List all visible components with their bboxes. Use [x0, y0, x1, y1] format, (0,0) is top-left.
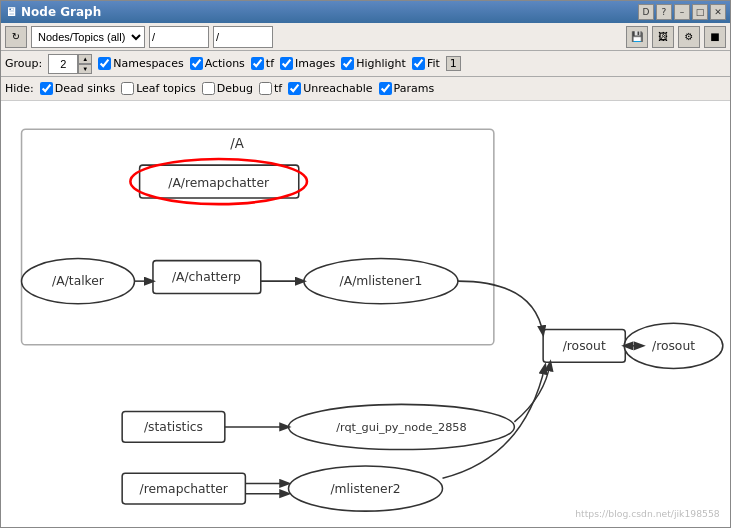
minimize-button[interactable]: □	[692, 4, 708, 20]
rqt-gui-label: /rqt_gui_py_node_2858	[336, 421, 467, 434]
leaf-topics-label[interactable]: Leaf topics	[121, 82, 196, 95]
tf-checkbox-label[interactable]: tf	[251, 57, 274, 70]
stop-button[interactable]: ■	[704, 26, 726, 48]
highlight-checkbox-label[interactable]: Highlight	[341, 57, 406, 70]
hide-label: Hide:	[5, 82, 34, 95]
watermark: https://blog.csdn.net/jik198558	[575, 508, 720, 519]
toolbar: ↻ Nodes/Topics (all) Nodes only Topics o…	[1, 23, 730, 51]
debug-checkbox[interactable]	[202, 82, 215, 95]
title-bar-left: 🖥 Node Graph	[5, 5, 101, 19]
remapchatter-a-label: /A/remapchatter	[168, 176, 270, 190]
unreachable-checkbox[interactable]	[288, 82, 301, 95]
actions-checkbox-label[interactable]: Actions	[190, 57, 245, 70]
params-checkbox[interactable]	[379, 82, 392, 95]
arrow-rqt-rosout	[514, 362, 550, 422]
save-button[interactable]: 💾	[626, 26, 648, 48]
mlistener2-label: /mlistener2	[330, 482, 400, 496]
title-bar: 🖥 Node Graph D ? – □ ✕	[1, 1, 730, 23]
tf-hide-checkbox[interactable]	[259, 82, 272, 95]
dead-sinks-checkbox[interactable]	[40, 82, 53, 95]
group-spinbox[interactable]: ▲ ▼	[48, 54, 92, 74]
talker-a-label: /A/talker	[52, 274, 105, 288]
close-button[interactable]: –	[674, 4, 690, 20]
graph-svg: /A /A/remapchatter /A/talker /A/chatterp…	[1, 101, 730, 527]
debug-label[interactable]: Debug	[202, 82, 253, 95]
images-checkbox[interactable]	[280, 57, 293, 70]
screenshot-button[interactable]: 🖼	[652, 26, 674, 48]
namespaces-checkbox-label[interactable]: Namespaces	[98, 57, 183, 70]
window-title: Node Graph	[21, 5, 101, 19]
rosout-rect-label: /rosout	[563, 339, 606, 353]
rosout-ellipse-label: /rosout	[652, 339, 695, 353]
help-button[interactable]: D	[638, 4, 654, 20]
maximize-button[interactable]: ✕	[710, 4, 726, 20]
statistics-label: /statistics	[144, 420, 203, 434]
hide-bar: Hide: Dead sinks Leaf topics Debug tf Un…	[1, 77, 730, 101]
unreachable-label[interactable]: Unreachable	[288, 82, 372, 95]
group-a-label: /A	[230, 136, 244, 151]
remapchatter-label: /remapchatter	[140, 482, 229, 496]
params-label[interactable]: Params	[379, 82, 435, 95]
fit-badge: 1	[446, 56, 461, 71]
settings-button[interactable]: ⚙	[678, 26, 700, 48]
spinbox-arrows: ▲ ▼	[78, 54, 92, 74]
refresh-button[interactable]: ↻	[5, 26, 27, 48]
filter-bar: Group: ▲ ▼ Namespaces Actions tf Images	[1, 51, 730, 77]
node-graph-window: 🖥 Node Graph D ? – □ ✕ ↻ Nodes/Topics (a…	[0, 0, 731, 528]
group-value-input[interactable]	[48, 54, 78, 74]
tf-hide-label[interactable]: tf	[259, 82, 282, 95]
chatterp-a-label: /A/chatterp	[172, 270, 241, 284]
images-checkbox-label[interactable]: Images	[280, 57, 335, 70]
actions-checkbox[interactable]	[190, 57, 203, 70]
filter-type-select[interactable]: Nodes/Topics (all) Nodes only Topics onl…	[31, 26, 145, 48]
group-label: Group:	[5, 57, 42, 70]
tf-checkbox[interactable]	[251, 57, 264, 70]
question-button[interactable]: ?	[656, 4, 672, 20]
dead-sinks-label[interactable]: Dead sinks	[40, 82, 115, 95]
spinbox-down[interactable]: ▼	[78, 64, 92, 74]
fit-checkbox-label[interactable]: Fit	[412, 57, 440, 70]
graph-area[interactable]: /A /A/remapchatter /A/talker /A/chatterp…	[1, 101, 730, 527]
spinbox-up[interactable]: ▲	[78, 54, 92, 64]
window-icon: 🖥	[5, 5, 17, 19]
highlight-checkbox[interactable]	[341, 57, 354, 70]
mlistener1-a-label: /A/mlistener1	[340, 274, 423, 288]
namespaces-checkbox[interactable]	[98, 57, 111, 70]
leaf-topics-checkbox[interactable]	[121, 82, 134, 95]
fit-checkbox[interactable]	[412, 57, 425, 70]
title-bar-right: D ? – □ ✕	[638, 4, 726, 20]
highlight-filter-input[interactable]	[213, 26, 273, 48]
namespace-filter-input[interactable]	[149, 26, 209, 48]
